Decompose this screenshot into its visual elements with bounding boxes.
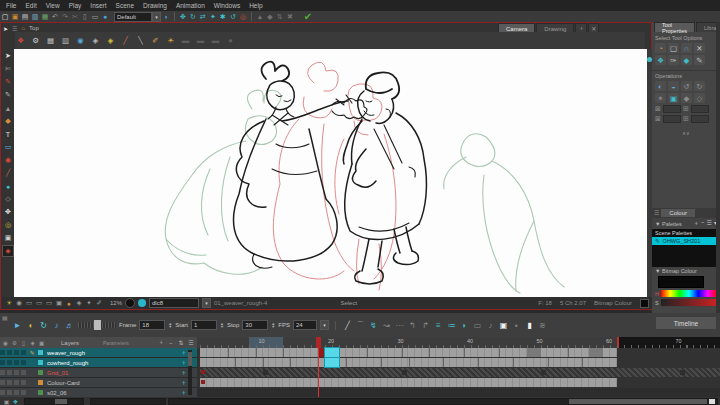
add-drawing-button[interactable]: ＋: [180, 358, 187, 368]
snap-magnet-icon[interactable]: ∩: [681, 43, 692, 53]
split-view-icon[interactable]: ▥: [60, 35, 71, 46]
numeric-field-0a[interactable]: [663, 105, 681, 113]
view-mode-2-icon[interactable]: ▭: [35, 299, 43, 308]
permanent-select-icon[interactable]: ✑: [668, 55, 679, 65]
mode-bar-button[interactable]: ▮: [524, 319, 535, 331]
workspace-dropdown[interactable]: Default: [114, 12, 152, 22]
motion-icon[interactable]: ↝: [381, 319, 392, 331]
pen-icon[interactable]: ✐: [150, 35, 161, 46]
fps-dropdown-arrow[interactable]: ▾: [320, 320, 329, 330]
layer-toggle-2-icon[interactable]: [14, 350, 19, 355]
dup-layer-icon[interactable]: ≔: [446, 319, 457, 331]
sound-button[interactable]: ♪: [51, 319, 62, 331]
panel-splitter[interactable]: ∧∨: [652, 130, 720, 136]
sound-scrub-button[interactable]: ♬: [64, 319, 75, 331]
track-s02_06[interactable]: [197, 388, 720, 397]
menu-item-edit[interactable]: Edit: [25, 2, 36, 9]
save-version-icon[interactable]: ▦: [40, 12, 50, 22]
saturation-slider[interactable]: [661, 299, 717, 306]
lock-icon[interactable]: ◈: [105, 35, 116, 46]
stop-input[interactable]: 30: [242, 320, 268, 330]
open-scene-icon[interactable]: ▣: [10, 12, 20, 22]
layers-header-icon-0[interactable]: ◉: [2, 340, 9, 346]
layers-header-button-1[interactable]: −: [167, 338, 175, 347]
menu-item-play[interactable]: Play: [69, 2, 82, 9]
brush-tool[interactable]: ✎: [3, 77, 13, 87]
view-mode-1-icon[interactable]: ▭: [25, 299, 33, 308]
create-colour-icon[interactable]: ◇: [694, 93, 705, 103]
new-scene-icon[interactable]: ▢: [0, 12, 10, 22]
add-keyframe-icon[interactable]: ↯: [368, 319, 379, 331]
layer-toggle-0-icon[interactable]: [0, 390, 5, 395]
paint-tool[interactable]: ◉: [3, 155, 13, 165]
layer-row-weaver_rough[interactable]: ✎weaver_rough＋5: [0, 348, 197, 358]
right-panel-scrollbar[interactable]: [716, 22, 720, 313]
distribute-icon[interactable]: ✶: [655, 93, 666, 103]
layer-row-cowherd_rough[interactable]: cowherd_rough＋5: [0, 358, 197, 368]
translate-icon[interactable]: ✥: [178, 12, 188, 22]
zoom-timeline-icon[interactable]: ❖: [11, 398, 20, 405]
menu-item-insert[interactable]: Insert: [90, 2, 106, 9]
fps-input[interactable]: 24: [293, 320, 317, 330]
stamp-red-tool[interactable]: ◈: [3, 246, 13, 256]
flipbook-icon[interactable]: ◗: [161, 12, 171, 22]
text-tool[interactable]: T: [3, 129, 13, 139]
add-drawing-button[interactable]: ＋: [180, 388, 187, 398]
flip-horizontal-icon[interactable]: ◐: [655, 81, 666, 91]
next-drawing-icon[interactable]: ↱: [420, 319, 431, 331]
frame-input[interactable]: 18: [139, 320, 165, 330]
rotate-cw-icon[interactable]: ↻: [694, 81, 705, 91]
drawing-canvas[interactable]: [14, 49, 647, 297]
track-Grid_01[interactable]: [197, 368, 720, 378]
jog-button[interactable]: ◖: [25, 319, 36, 331]
view-mode-3-icon[interactable]: ▭: [45, 299, 53, 308]
drawing-dropdown-arrow[interactable]: ▾: [202, 298, 211, 308]
layer-toggle-1-icon[interactable]: [7, 390, 12, 395]
add-drawing-button[interactable]: ＋: [180, 378, 187, 388]
mode-solid-button[interactable]: ▣: [498, 319, 509, 331]
layers-header-icon-2[interactable]: ▯: [20, 340, 27, 346]
numeric-field-0b[interactable]: [691, 105, 709, 113]
frame-tool[interactable]: ▣: [3, 233, 13, 243]
track-cowherd_rough[interactable]: [197, 358, 720, 368]
works-on-icon[interactable]: ✎: [694, 55, 705, 65]
ease-line-icon[interactable]: ╱: [342, 319, 353, 331]
loop-button[interactable]: ↻: [38, 319, 49, 331]
bg-colour-button[interactable]: [125, 298, 135, 308]
skew-icon[interactable]: ✦: [208, 12, 218, 22]
bitmap-colour-swatch[interactable]: [658, 276, 704, 288]
hand-tool[interactable]: ✥: [3, 207, 13, 217]
stroke-pill-1-icon[interactable]: ▬: [180, 35, 191, 46]
palette-button-1[interactable]: −: [701, 219, 705, 228]
dropper-tool[interactable]: ●: [3, 181, 13, 191]
maintain-size-icon[interactable]: ✱: [218, 12, 228, 22]
reorder-icon[interactable]: ⇅: [275, 12, 285, 22]
timeline-ruler[interactable]: 10203040506070: [197, 337, 720, 348]
grid-icon[interactable]: ▦: [45, 35, 56, 46]
ease-curve-icon[interactable]: ⌒: [355, 319, 366, 331]
layers-header-button-2[interactable]: ⇅: [177, 338, 185, 347]
select-by-colour-icon[interactable]: ❖: [655, 55, 666, 65]
select-tool[interactable]: ➤: [3, 51, 13, 61]
scale-icon[interactable]: ⇄: [198, 12, 208, 22]
layer-toggle-2-icon[interactable]: [14, 360, 19, 365]
save-all-icon[interactable]: ▥: [30, 12, 40, 22]
onion-prev-icon[interactable]: ●: [65, 299, 73, 308]
ink-tool[interactable]: ╱: [3, 168, 13, 178]
drawing-dropdown[interactable]: dlc8: [149, 298, 199, 308]
frames-horizontal-scrollbar[interactable]: [168, 398, 718, 405]
layer-toggle-1-icon[interactable]: [7, 370, 12, 375]
timeline-menu-icon[interactable]: ▤: [2, 314, 8, 321]
play-button[interactable]: ►: [12, 319, 23, 331]
volume-slider[interactable]: [78, 322, 116, 328]
layer-toggle-2-icon[interactable]: [14, 380, 19, 385]
layer-toggle-1-icon[interactable]: [7, 360, 12, 365]
snap-grid-icon[interactable]: ✕: [694, 43, 705, 53]
pencil-tool[interactable]: ✎: [3, 90, 13, 100]
menu-item-windows[interactable]: Windows: [214, 2, 240, 9]
layers-header-button-3[interactable]: ☰: [187, 338, 195, 347]
camera-mask-icon[interactable]: ▭: [472, 319, 483, 331]
tab-timeline[interactable]: Timeline: [656, 317, 716, 329]
prev-drawing-icon[interactable]: ↰: [407, 319, 418, 331]
layer-toggle-0-icon[interactable]: [0, 380, 5, 385]
